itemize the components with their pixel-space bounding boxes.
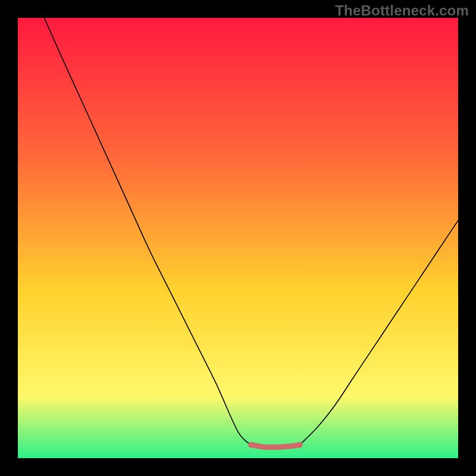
curve-layer <box>18 18 458 458</box>
flat-end-dot <box>297 442 303 448</box>
right-curve-path <box>300 220 458 444</box>
flat-segment-path <box>251 445 299 447</box>
plot-area <box>18 18 458 458</box>
flat-start-dot <box>248 442 254 448</box>
watermark-text: TheBottleneck.com <box>335 2 469 19</box>
left-curve-path <box>44 18 251 445</box>
chart-stage: TheBottleneck.com <box>0 0 476 476</box>
